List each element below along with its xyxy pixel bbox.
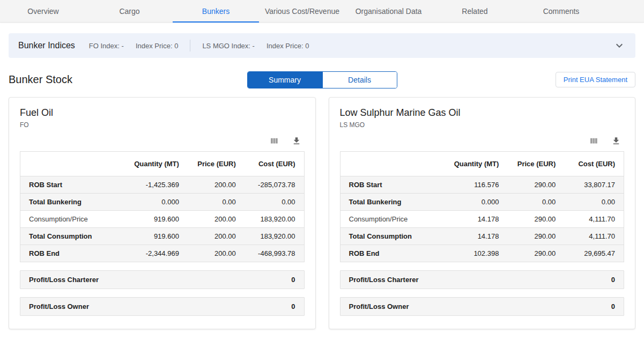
table-row: ROB Start-1,425.369200.00-285,073.78 (20, 176, 305, 194)
cost-value: 4,111.70 (564, 228, 624, 245)
profit-loss-value: 0 (611, 302, 615, 311)
tab-organisational-data[interactable]: Organisational Data (345, 0, 432, 22)
quantity-value: 919.600 (111, 228, 188, 245)
view-columns-icon[interactable] (269, 136, 279, 146)
cost-value: -285,073.78 (245, 176, 304, 194)
table-row: Total Bunkering0.0000.000.00 (340, 194, 624, 211)
row-label: Total Consumption (20, 228, 111, 245)
profit-loss-section: Profit/Loss Charterer0Profit/Loss Owner0 (20, 270, 305, 316)
card-subtitle: FO (20, 121, 305, 129)
price-value: 290.00 (507, 176, 564, 194)
price-value: 0.00 (507, 194, 564, 211)
bunker-indices-panel: Bunker Indices FO Index: - Index Price: … (9, 33, 635, 58)
profit-loss-value: 0 (611, 276, 615, 284)
tab-related[interactable]: Related (432, 0, 518, 22)
price-value: 200.00 (188, 176, 245, 194)
table-row: Total Bunkering0.0000.000.00 (20, 194, 305, 211)
quantity-value: 102.398 (431, 245, 507, 262)
bunker-stock-header: Bunker Stock Summary Details Print EUA S… (0, 58, 644, 97)
cost-value: 183,920.00 (245, 211, 304, 228)
table-row: Total Consumption919.600200.00183,920.00 (20, 228, 305, 245)
empty-header-cell (20, 152, 111, 176)
column-header-cost: Cost (EUR) (245, 152, 304, 176)
profit-loss-row: Profit/Loss Charterer0 (340, 270, 625, 289)
cost-value: 33,807.17 (564, 176, 624, 194)
vertical-divider (190, 40, 190, 51)
bunker-table: Quantity (MT) Price (EUR) Cost (EUR) ROB… (20, 151, 305, 262)
profit-loss-label: Profit/Loss Owner (29, 302, 89, 311)
print-eua-statement-button[interactable]: Print EUA Statement (556, 72, 635, 87)
table-body: ROB Start-1,425.369200.00-285,073.78Tota… (20, 176, 305, 262)
bunker-table: Quantity (MT) Price (EUR) Cost (EUR) ROB… (340, 151, 625, 262)
table-row: ROB End-2,344.969200.00-468,993.78 (20, 245, 305, 262)
price-value: 290.00 (507, 245, 564, 262)
table-header-row: Quantity (MT) Price (EUR) Cost (EUR) (340, 152, 624, 176)
row-label: ROB Start (340, 176, 431, 194)
row-label: Total Consumption (340, 228, 431, 245)
row-label: Total Bunkering (340, 194, 431, 211)
cost-value: 0.00 (564, 194, 624, 211)
profit-loss-label: Profit/Loss Owner (349, 302, 409, 311)
summary-toggle-button[interactable]: Summary (248, 72, 322, 88)
table-body: ROB Start116.576290.0033,807.17Total Bun… (340, 176, 624, 262)
price-value: 290.00 (507, 211, 564, 228)
quantity-value: -1,425.369 (111, 176, 188, 194)
quantity-value: 919.600 (111, 211, 188, 228)
column-header-price: Price (EUR) (507, 152, 564, 176)
cost-value: 183,920.00 (245, 228, 304, 245)
details-toggle-button[interactable]: Details (322, 72, 397, 88)
cost-value: -468,993.78 (245, 245, 304, 262)
row-label: ROB End (20, 245, 111, 262)
summary-details-toggle: Summary Details (247, 71, 397, 88)
table-row: Consumption/Price919.600200.00183,920.00 (20, 211, 305, 228)
row-label: ROB Start (20, 176, 111, 194)
lsmgo-card: Low Sulphur Marine Gas Oil LS MGO Quanti… (329, 97, 636, 329)
view-columns-icon[interactable] (589, 136, 598, 146)
chevron-down-icon[interactable] (613, 39, 626, 52)
card-title: Fuel Oil (20, 107, 305, 119)
tab-various-cost-revenue[interactable]: Various Cost/Revenue (259, 0, 345, 22)
profit-loss-label: Profit/Loss Charterer (29, 276, 99, 284)
price-value: 200.00 (188, 245, 245, 262)
row-label: Total Bunkering (20, 194, 111, 211)
quantity-value: 0.000 (431, 194, 507, 211)
empty-header-cell (340, 152, 431, 176)
cost-value: 0.00 (245, 194, 304, 211)
quantity-value: 0.000 (111, 194, 188, 211)
row-label: Consumption/Price (20, 211, 111, 228)
tab-cargo[interactable]: Cargo (86, 0, 173, 22)
cost-value: 4,111.70 (564, 211, 624, 228)
table-row: ROB Start116.576290.0033,807.17 (340, 176, 624, 194)
download-icon[interactable] (611, 136, 621, 146)
fuel-oil-card: Fuel Oil FO Quantity (MT) Price (EUR) Co… (9, 97, 316, 329)
profit-loss-value: 0 (291, 302, 295, 311)
column-header-price: Price (EUR) (188, 152, 245, 176)
table-header-row: Quantity (MT) Price (EUR) Cost (EUR) (20, 152, 305, 176)
card-subtitle: LS MGO (340, 121, 625, 129)
lsmgo-index-price-value: Index Price: 0 (267, 42, 309, 50)
profit-loss-row: Profit/Loss Charterer0 (20, 270, 305, 289)
page-title: Bunker Stock (9, 73, 72, 86)
tab-overview[interactable]: Overview (0, 0, 86, 22)
profit-loss-label: Profit/Loss Charterer (349, 276, 419, 284)
top-tab-bar: Overview Cargo Bunkers Various Cost/Reve… (0, 0, 644, 23)
price-value: 0.00 (188, 194, 245, 211)
cost-value: 29,695.47 (564, 245, 624, 262)
quantity-value: 116.576 (431, 176, 507, 194)
tab-bunkers[interactable]: Bunkers (173, 0, 259, 22)
column-header-quantity: Quantity (MT) (111, 152, 188, 176)
price-value: 200.00 (188, 211, 245, 228)
card-toolbar (20, 136, 305, 146)
card-toolbar (340, 136, 625, 146)
profit-loss-row: Profit/Loss Owner0 (340, 297, 625, 316)
price-value: 200.00 (188, 228, 245, 245)
fo-index-price-value: Index Price: 0 (136, 42, 179, 50)
download-icon[interactable] (292, 136, 301, 146)
column-header-cost: Cost (EUR) (564, 152, 624, 176)
tab-comments[interactable]: Comments (518, 0, 604, 22)
table-row: Consumption/Price14.178290.004,111.70 (340, 211, 624, 228)
fo-index-value: FO Index: - (89, 42, 124, 50)
column-header-quantity: Quantity (MT) (431, 152, 507, 176)
table-row: Total Consumption14.178290.004,111.70 (340, 228, 624, 245)
profit-loss-row: Profit/Loss Owner0 (20, 297, 305, 316)
